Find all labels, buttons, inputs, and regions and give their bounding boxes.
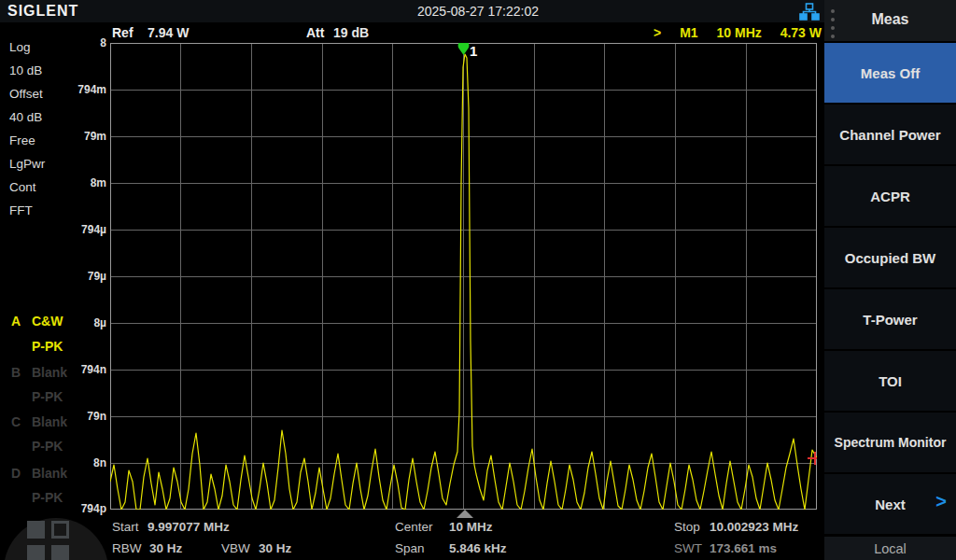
scale-type-readout: Log <box>9 40 31 54</box>
trace-d-id: D <box>11 466 21 481</box>
next-page-chevron-icon: > <box>935 491 947 512</box>
attenuation-value: 19 dB <box>333 25 369 40</box>
rbw-label: RBW <box>112 541 142 555</box>
start-freq-value: 9.997077 MHz <box>148 520 230 534</box>
stop-freq-value: 10.002923 MHz <box>710 520 798 534</box>
softkey-occupied-bw[interactable]: Occupied BW <box>824 228 956 287</box>
home-grid-icon <box>51 521 69 539</box>
trace-c-mode: P-PK <box>32 439 63 454</box>
attenuation-label: Att <box>306 25 324 40</box>
softkey-meas-off[interactable]: Meas Off <box>824 43 956 103</box>
sweep-time-label: SWT <box>674 541 702 555</box>
y-tick-0: 8 <box>54 36 106 49</box>
menu-handle-icon <box>831 35 835 38</box>
ref-level-value: 7.94 W <box>148 25 189 40</box>
marker-1-number: 1 <box>470 43 477 59</box>
network-lan-icon <box>799 3 820 21</box>
trace-b-id: B <box>11 365 21 380</box>
y-tick-4: 794µ <box>54 223 106 236</box>
center-freq-value: 10 MHz <box>449 520 493 534</box>
y-tick-9: 8n <box>54 456 106 469</box>
scale-div-readout: 10 dB <box>9 63 42 77</box>
trace-c-id: C <box>11 414 21 429</box>
softkey-channel-power[interactable]: Channel Power <box>824 105 956 164</box>
menu-header: Meas <box>824 0 956 41</box>
y-tick-5: 79µ <box>54 270 106 283</box>
trace-a-id: A <box>11 314 21 329</box>
rbw-value: 30 Hz <box>149 541 182 555</box>
y-tick-8: 79n <box>54 410 106 423</box>
vbw-label: VBW <box>221 541 250 555</box>
span-label: Span <box>395 541 425 555</box>
y-tick-2: 79m <box>54 130 106 143</box>
marker-active-indicator: > <box>654 25 661 40</box>
y-tick-1: 794m <box>54 83 106 96</box>
home-grid-icon <box>51 545 69 560</box>
graticule-plot-area[interactable]: 1 <box>110 43 817 510</box>
softkey-acpr[interactable]: ACPR <box>824 166 956 226</box>
y-tick-10: 794p <box>54 502 106 515</box>
trace-a-mode: P-PK <box>32 339 63 354</box>
marker-amplitude: 4.73 W <box>780 25 822 40</box>
graticule-grid <box>110 43 817 510</box>
home-grid-icon <box>27 521 45 539</box>
marker-1-icon[interactable] <box>458 43 470 55</box>
offset-value: 40 dB <box>9 110 42 124</box>
marker-name: M1 <box>680 25 697 40</box>
fft-mode-readout: FFT <box>9 203 33 217</box>
softkey-spectrum-monitor[interactable]: Spectrum Monitor <box>824 413 956 472</box>
softkey-menu-panel: Meas Meas Off Channel Power ACPR Occupie… <box>824 0 956 560</box>
stop-freq-label: Stop <box>674 520 700 534</box>
ref-level-label: Ref <box>112 25 134 40</box>
marker-frequency: 10 MHz <box>717 25 762 40</box>
menu-title: Meas <box>824 11 956 28</box>
vbw-value: 30 Hz <box>259 541 291 555</box>
start-freq-label: Start <box>112 520 139 534</box>
center-frequency-pointer-icon <box>457 510 473 518</box>
trigger-mode-readout: Free <box>9 133 35 147</box>
offset-label: Offset <box>9 87 43 101</box>
sweep-time-value: 173.661 ms <box>710 541 777 555</box>
local-button[interactable]: Local <box>824 537 956 560</box>
y-tick-3: 8m <box>54 176 106 189</box>
sweep-mode-readout: Cont <box>9 180 36 194</box>
trace-b-mode: P-PK <box>32 389 63 404</box>
home-grid-icon <box>27 545 45 560</box>
y-tick-6: 8µ <box>54 316 106 329</box>
spectrum-analyzer-screen: SIGLENT 2025-08-27 17:22:02 Ref 7.94 W A… <box>0 0 956 560</box>
softkey-t-power[interactable]: T-Power <box>824 289 956 349</box>
span-value: 5.846 kHz <box>449 541 507 555</box>
softkey-next-page[interactable]: Next > <box>824 474 956 534</box>
preamp-readout: LgPwr <box>9 157 45 171</box>
marker-readout: > M1 10 MHz 4.73 W <box>523 25 822 40</box>
center-freq-label: Center <box>395 520 433 534</box>
softkey-toi[interactable]: TOI <box>824 351 956 411</box>
y-tick-7: 794n <box>54 363 106 376</box>
